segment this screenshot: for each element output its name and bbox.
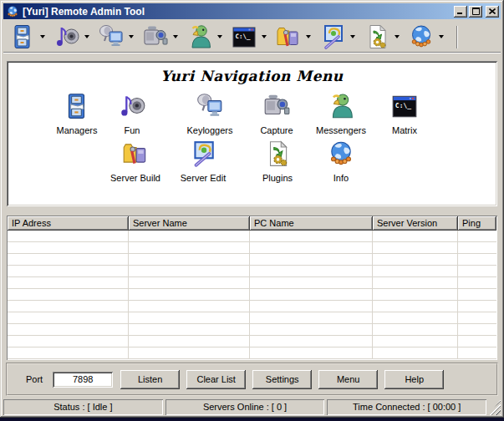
table-row xyxy=(8,289,496,301)
table-cell xyxy=(129,301,250,312)
plugins-icon xyxy=(364,23,390,50)
toolbar-server-edit-button[interactable] xyxy=(318,23,346,51)
column-header-server-name[interactable]: Server Name xyxy=(129,216,250,231)
toolbar-server-edit-dropdown-arrow[interactable] xyxy=(350,35,355,38)
table-cell xyxy=(458,301,496,312)
clear-list-button[interactable]: Clear List xyxy=(186,370,246,389)
capture-icon xyxy=(262,92,291,120)
column-header-server-version[interactable]: Server Version xyxy=(373,216,458,231)
toolbar-info-dropdown-arrow[interactable] xyxy=(439,35,444,38)
table-row xyxy=(8,301,496,312)
matrix-icon: C:\_ xyxy=(231,23,257,50)
nav-item-label: Server Edit xyxy=(163,173,243,183)
table-cell xyxy=(129,231,250,242)
toolbar-managers-button[interactable] xyxy=(8,23,36,51)
maximize-button[interactable] xyxy=(469,6,482,18)
table-cell xyxy=(458,231,496,242)
settings-button[interactable]: Settings xyxy=(252,370,312,389)
status-section-1: Servers Online : [ 0 ] xyxy=(165,399,325,415)
toolbar-fun-button[interactable] xyxy=(53,23,80,51)
nav-item-label: Matrix xyxy=(364,125,445,135)
table-cell xyxy=(129,277,250,289)
table-row xyxy=(8,231,496,242)
managers-icon xyxy=(63,92,91,120)
table-row xyxy=(8,312,496,324)
nav-menu-title: Yuri Navigation Menu xyxy=(7,68,497,84)
column-header-ping[interactable]: Ping xyxy=(458,216,496,231)
table-cell xyxy=(8,289,129,301)
table-cell xyxy=(129,242,250,254)
table-cell xyxy=(129,336,250,347)
toolbar-messengers-button[interactable] xyxy=(186,23,213,51)
server-build-icon xyxy=(275,23,302,50)
help-button[interactable]: Help xyxy=(384,370,444,389)
table-cell xyxy=(250,347,373,359)
screen-bottom-edge xyxy=(0,418,504,421)
close-button[interactable] xyxy=(486,6,499,18)
toolbar-group-managers xyxy=(8,23,45,51)
keyloggers-icon xyxy=(196,92,224,120)
toolbar-messengers-dropdown-arrow[interactable] xyxy=(217,35,222,38)
table-cell xyxy=(8,301,129,312)
toolbar-server-build-dropdown-arrow[interactable] xyxy=(306,35,311,38)
table-cell xyxy=(458,254,496,266)
minimize-button[interactable] xyxy=(454,6,467,18)
listen-button[interactable]: Listen xyxy=(120,370,180,389)
titlebar-app-icon[interactable] xyxy=(6,5,19,18)
table-row xyxy=(8,277,496,289)
table-cell xyxy=(250,254,373,266)
table-cell xyxy=(458,289,496,301)
table-cell xyxy=(8,242,129,254)
port-input[interactable] xyxy=(53,372,113,388)
toolbar-info-button[interactable] xyxy=(407,23,435,51)
table-cell xyxy=(8,347,129,359)
toolbar-managers-dropdown-arrow[interactable] xyxy=(40,35,45,38)
status-section-2: Time Connected : [ 00:00 ] xyxy=(327,399,486,415)
nav-item-info[interactable]: Info xyxy=(301,139,381,183)
table-cell xyxy=(373,289,458,301)
table-cell xyxy=(250,242,373,254)
toolbar-group-info xyxy=(407,23,444,51)
toolbar-capture-button[interactable] xyxy=(141,23,169,51)
menu-button[interactable]: Menu xyxy=(318,370,378,389)
table-cell xyxy=(129,254,250,266)
table-cell xyxy=(8,254,129,266)
screen: [Yuri] Remote Admin Tool C:\_ Yuri Navig… xyxy=(0,0,504,421)
table-cell xyxy=(458,324,496,336)
table-cell xyxy=(458,347,496,359)
info-icon xyxy=(408,23,435,50)
window-title: [Yuri] Remote Admin Tool xyxy=(23,6,452,18)
nav-item-label: Fun xyxy=(92,125,172,135)
titlebar: [Yuri] Remote Admin Tool xyxy=(3,3,501,19)
toolbar-plugins-dropdown-arrow[interactable] xyxy=(395,35,400,38)
table-cell xyxy=(129,347,250,359)
nav-item-matrix[interactable]: C:\_Matrix xyxy=(364,92,445,135)
resize-grip[interactable] xyxy=(489,399,501,415)
toolbar-keyloggers-dropdown-arrow[interactable] xyxy=(129,35,134,38)
toolbar-matrix-button[interactable]: C:\_ xyxy=(230,23,257,51)
toolbar-fun-dropdown-arrow[interactable] xyxy=(84,35,89,38)
table-cell xyxy=(458,242,496,254)
toolbar-matrix-dropdown-arrow[interactable] xyxy=(262,35,267,38)
table-body[interactable] xyxy=(8,231,496,359)
toolbar-keyloggers-button[interactable] xyxy=(97,23,125,51)
info-icon xyxy=(327,139,355,168)
column-header-pc-name[interactable]: PC Name xyxy=(250,216,373,231)
toolbar-group-matrix: C:\_ xyxy=(230,23,267,51)
toolbar-plugins-button[interactable] xyxy=(363,23,390,51)
managers-icon xyxy=(9,23,36,50)
messengers-icon xyxy=(186,23,213,50)
table-cell xyxy=(250,324,373,336)
nav-item-fun[interactable]: Fun xyxy=(92,92,172,135)
server-edit-icon xyxy=(319,23,346,50)
table-cell xyxy=(373,312,458,324)
table-cell xyxy=(129,266,250,277)
table-cell xyxy=(373,266,458,277)
table-row xyxy=(8,266,496,277)
column-header-ip-adress[interactable]: IP Adress xyxy=(8,216,129,231)
nav-item-server-edit[interactable]: Server Edit xyxy=(163,139,243,183)
toolbar-capture-dropdown-arrow[interactable] xyxy=(173,35,178,38)
table-cell xyxy=(373,242,458,254)
console-text: C:\_ xyxy=(235,33,251,40)
toolbar-server-build-button[interactable] xyxy=(274,23,302,51)
